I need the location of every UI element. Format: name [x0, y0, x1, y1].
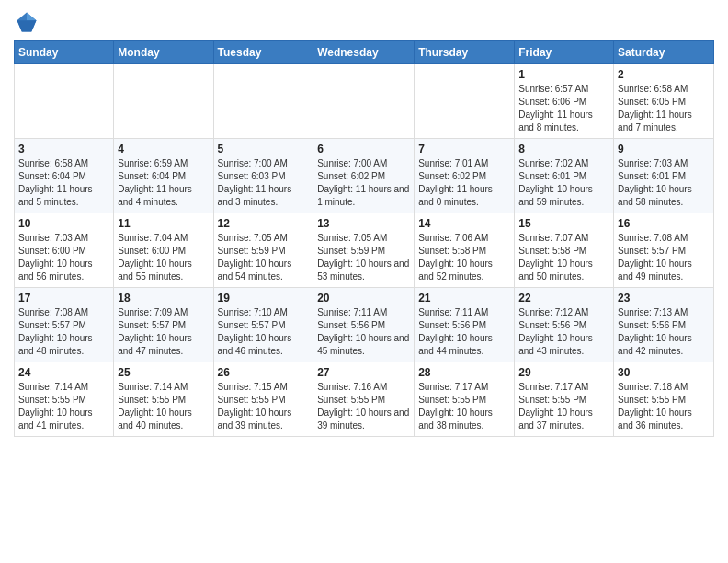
calendar-weekday-saturday: Saturday	[614, 41, 714, 64]
day-info: Sunrise: 7:12 AM Sunset: 5:56 PM Dayligh…	[518, 306, 609, 358]
calendar-week-row: 3Sunrise: 6:58 AM Sunset: 6:04 PM Daylig…	[15, 139, 714, 213]
calendar-cell: 16Sunrise: 7:08 AM Sunset: 5:57 PM Dayli…	[614, 213, 714, 288]
day-info: Sunrise: 7:14 AM Sunset: 5:55 PM Dayligh…	[18, 381, 109, 432]
day-number: 19	[218, 292, 310, 304]
page: SundayMondayTuesdayWednesdayThursdayFrid…	[0, 0, 728, 563]
day-info: Sunrise: 7:13 AM Sunset: 5:56 PM Dayligh…	[618, 306, 710, 358]
calendar-cell: 24Sunrise: 7:14 AM Sunset: 5:55 PM Dayli…	[15, 362, 114, 437]
calendar-cell	[15, 64, 114, 139]
calendar-cell: 1Sunrise: 6:57 AM Sunset: 6:06 PM Daylig…	[515, 64, 614, 139]
day-info: Sunrise: 7:01 AM Sunset: 6:02 PM Dayligh…	[418, 157, 510, 209]
calendar-cell: 11Sunrise: 7:04 AM Sunset: 6:00 PM Dayli…	[114, 213, 213, 288]
day-number: 25	[118, 366, 209, 379]
day-info: Sunrise: 7:07 AM Sunset: 5:58 PM Dayligh…	[518, 232, 609, 283]
calendar-cell: 20Sunrise: 7:11 AM Sunset: 5:56 PM Dayli…	[313, 288, 415, 362]
calendar-cell: 8Sunrise: 7:02 AM Sunset: 6:01 PM Daylig…	[515, 139, 614, 213]
calendar-cell: 4Sunrise: 6:59 AM Sunset: 6:04 PM Daylig…	[114, 139, 213, 213]
day-info: Sunrise: 7:00 AM Sunset: 6:03 PM Dayligh…	[218, 157, 310, 209]
calendar-cell: 12Sunrise: 7:05 AM Sunset: 5:59 PM Dayli…	[213, 213, 313, 288]
calendar-cell: 9Sunrise: 7:03 AM Sunset: 6:01 PM Daylig…	[614, 139, 714, 213]
day-info: Sunrise: 7:08 AM Sunset: 5:57 PM Dayligh…	[618, 232, 710, 283]
day-info: Sunrise: 7:03 AM Sunset: 6:01 PM Dayligh…	[618, 157, 710, 209]
day-number: 2	[618, 68, 710, 81]
day-info: Sunrise: 6:58 AM Sunset: 6:04 PM Dayligh…	[18, 157, 109, 209]
day-number: 29	[518, 366, 609, 379]
calendar-cell: 3Sunrise: 6:58 AM Sunset: 6:04 PM Daylig…	[15, 139, 114, 213]
svg-marker-1	[27, 13, 37, 21]
calendar-cell	[313, 64, 415, 139]
day-info: Sunrise: 7:05 AM Sunset: 5:59 PM Dayligh…	[218, 232, 310, 283]
calendar-cell: 19Sunrise: 7:10 AM Sunset: 5:57 PM Dayli…	[213, 288, 313, 362]
day-number: 7	[418, 143, 510, 155]
calendar-cell: 2Sunrise: 6:58 AM Sunset: 6:05 PM Daylig…	[614, 64, 714, 139]
day-info: Sunrise: 7:16 AM Sunset: 5:55 PM Dayligh…	[317, 381, 410, 432]
day-number: 20	[317, 292, 410, 304]
day-number: 30	[618, 366, 710, 379]
day-number: 8	[518, 143, 609, 155]
day-number: 3	[18, 143, 109, 155]
day-info: Sunrise: 6:57 AM Sunset: 6:06 PM Dayligh…	[518, 83, 609, 134]
day-number: 26	[218, 366, 310, 379]
day-number: 18	[118, 292, 209, 304]
day-number: 5	[218, 143, 310, 155]
day-number: 1	[518, 68, 609, 81]
day-number: 13	[317, 217, 410, 230]
header	[14, 9, 714, 35]
calendar-weekday-wednesday: Wednesday	[313, 41, 415, 64]
day-info: Sunrise: 7:10 AM Sunset: 5:57 PM Dayligh…	[218, 306, 310, 358]
day-info: Sunrise: 7:02 AM Sunset: 6:01 PM Dayligh…	[518, 157, 609, 209]
calendar-header-row: SundayMondayTuesdayWednesdayThursdayFrid…	[15, 41, 714, 64]
day-number: 6	[317, 143, 410, 155]
day-number: 12	[218, 217, 310, 230]
calendar-weekday-tuesday: Tuesday	[213, 41, 313, 64]
day-info: Sunrise: 7:15 AM Sunset: 5:55 PM Dayligh…	[218, 381, 310, 432]
calendar-cell: 27Sunrise: 7:16 AM Sunset: 5:55 PM Dayli…	[313, 362, 415, 437]
day-number: 11	[118, 217, 209, 230]
day-number: 16	[618, 217, 710, 230]
calendar-cell: 23Sunrise: 7:13 AM Sunset: 5:56 PM Dayli…	[614, 288, 714, 362]
logo-icon	[14, 9, 40, 35]
day-info: Sunrise: 7:09 AM Sunset: 5:57 PM Dayligh…	[118, 306, 209, 358]
day-info: Sunrise: 7:00 AM Sunset: 6:02 PM Dayligh…	[317, 157, 410, 209]
day-number: 17	[18, 292, 109, 304]
day-info: Sunrise: 7:06 AM Sunset: 5:58 PM Dayligh…	[418, 232, 510, 283]
calendar-weekday-thursday: Thursday	[415, 41, 515, 64]
day-number: 4	[118, 143, 209, 155]
day-info: Sunrise: 7:04 AM Sunset: 6:00 PM Dayligh…	[118, 232, 209, 283]
calendar-cell: 17Sunrise: 7:08 AM Sunset: 5:57 PM Dayli…	[15, 288, 114, 362]
calendar-cell: 13Sunrise: 7:05 AM Sunset: 5:59 PM Dayli…	[313, 213, 415, 288]
day-number: 28	[418, 366, 510, 379]
calendar-cell	[415, 64, 515, 139]
day-number: 14	[418, 217, 510, 230]
calendar-weekday-sunday: Sunday	[15, 41, 114, 64]
day-info: Sunrise: 7:17 AM Sunset: 5:55 PM Dayligh…	[518, 381, 609, 432]
calendar-cell: 18Sunrise: 7:09 AM Sunset: 5:57 PM Dayli…	[114, 288, 213, 362]
calendar-cell: 26Sunrise: 7:15 AM Sunset: 5:55 PM Dayli…	[213, 362, 313, 437]
calendar-cell: 30Sunrise: 7:18 AM Sunset: 5:55 PM Dayli…	[614, 362, 714, 437]
logo	[14, 9, 43, 35]
calendar-cell: 28Sunrise: 7:17 AM Sunset: 5:55 PM Dayli…	[415, 362, 515, 437]
calendar-week-row: 1Sunrise: 6:57 AM Sunset: 6:06 PM Daylig…	[15, 64, 714, 139]
day-info: Sunrise: 7:08 AM Sunset: 5:57 PM Dayligh…	[18, 306, 109, 358]
day-info: Sunrise: 7:05 AM Sunset: 5:59 PM Dayligh…	[317, 232, 410, 283]
calendar-cell: 29Sunrise: 7:17 AM Sunset: 5:55 PM Dayli…	[515, 362, 614, 437]
day-number: 10	[18, 217, 109, 230]
day-info: Sunrise: 6:59 AM Sunset: 6:04 PM Dayligh…	[118, 157, 209, 209]
calendar-cell	[114, 64, 213, 139]
calendar-cell: 22Sunrise: 7:12 AM Sunset: 5:56 PM Dayli…	[515, 288, 614, 362]
calendar-week-row: 17Sunrise: 7:08 AM Sunset: 5:57 PM Dayli…	[15, 288, 714, 362]
calendar-cell	[213, 64, 313, 139]
day-info: Sunrise: 7:11 AM Sunset: 5:56 PM Dayligh…	[317, 306, 410, 358]
day-info: Sunrise: 7:11 AM Sunset: 5:56 PM Dayligh…	[418, 306, 510, 358]
calendar-cell: 7Sunrise: 7:01 AM Sunset: 6:02 PM Daylig…	[415, 139, 515, 213]
day-info: Sunrise: 7:03 AM Sunset: 6:00 PM Dayligh…	[18, 232, 109, 283]
calendar-cell: 6Sunrise: 7:00 AM Sunset: 6:02 PM Daylig…	[313, 139, 415, 213]
calendar-cell: 14Sunrise: 7:06 AM Sunset: 5:58 PM Dayli…	[415, 213, 515, 288]
day-info: Sunrise: 7:18 AM Sunset: 5:55 PM Dayligh…	[618, 381, 710, 432]
day-number: 23	[618, 292, 710, 304]
day-info: Sunrise: 6:58 AM Sunset: 6:05 PM Dayligh…	[618, 83, 710, 134]
day-number: 21	[418, 292, 510, 304]
day-number: 24	[18, 366, 109, 379]
calendar-cell: 10Sunrise: 7:03 AM Sunset: 6:00 PM Dayli…	[15, 213, 114, 288]
calendar-cell: 5Sunrise: 7:00 AM Sunset: 6:03 PM Daylig…	[213, 139, 313, 213]
